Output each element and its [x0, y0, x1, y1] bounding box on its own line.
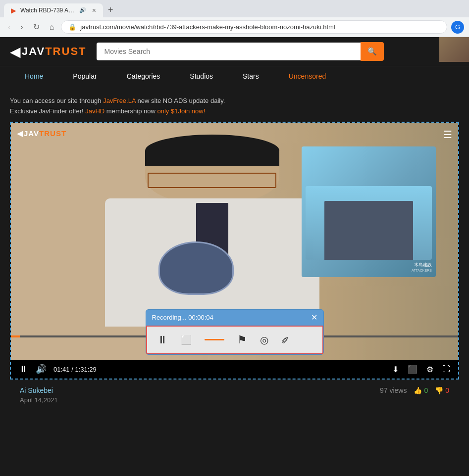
tab-play-icon: ▶	[11, 6, 16, 14]
recording-overlay: Recording... 00:00:04 ✕ ⏸ ⬜ ⚑ ◎ ✏	[146, 309, 324, 355]
search-input[interactable]	[97, 43, 361, 60]
announcement-text2: new site NO ADS update daily.	[136, 97, 225, 104]
forward-button[interactable]: ›	[17, 21, 26, 34]
views-count: 97 views	[380, 386, 407, 394]
recording-controls: ⏸ ⬜ ⚑ ◎ ✏	[146, 326, 323, 354]
browser-toolbar: ‹ › ↻ ⌂ 🔒 javtrust.com/movie/watch/rbd-7…	[0, 17, 469, 37]
volume-icon[interactable]: 🔊	[36, 364, 47, 375]
overlay-jav: JAV	[24, 129, 39, 138]
video-source: Ai Sukebei	[20, 386, 58, 394]
poster-text1: 木島建設	[306, 262, 432, 268]
recording-pause-button[interactable]: ⏸	[155, 332, 170, 348]
marker-line	[205, 339, 224, 340]
announcement-text4: membership now	[104, 107, 157, 115]
recording-marker	[203, 339, 226, 340]
back-button[interactable]: ‹	[5, 21, 13, 34]
dislike-count: 0	[445, 386, 449, 394]
like-button[interactable]: 👍 0	[414, 386, 428, 394]
video-meta: Ai Sukebei April 14,2021 97 views 👍 0 👎 …	[20, 386, 449, 404]
announcement-text1: You can access our site through	[10, 97, 103, 104]
settings-button[interactable]: ⚙	[425, 364, 434, 375]
reload-button[interactable]: ↻	[30, 20, 43, 34]
nav-stars[interactable]: Stars	[228, 66, 274, 86]
lock-icon: 🔒	[68, 23, 76, 31]
site-logo[interactable]: ◀ JAV TRUST	[10, 44, 87, 60]
site-header: ◀ JAV TRUST 🔍	[0, 37, 469, 66]
javhd-link[interactable]: JavHD	[85, 107, 104, 115]
video-info: Ai Sukebei April 14,2021 97 views 👍 0 👎 …	[10, 380, 459, 411]
browser-tab-active[interactable]: ▶ Watch RBD-739 Attackers M 🔊 ×	[4, 3, 103, 17]
video-overlay-logo: ◀ JAV TRUST	[17, 129, 66, 138]
subtitles-button[interactable]: ⬛	[407, 364, 418, 375]
video-player-wrapper: 木島建設 ATTACKERS ◀ JAV TRUST ☰	[10, 122, 459, 380]
recording-close-button[interactable]: ✕	[311, 314, 317, 322]
video-source-block: Ai Sukebei April 14,2021	[20, 386, 58, 404]
progress-fill	[11, 335, 20, 337]
recording-edit-button[interactable]: ✏	[275, 330, 295, 349]
nav-uncensored[interactable]: Uncensored	[274, 66, 341, 86]
play-pause-button[interactable]: ⏸	[18, 363, 29, 376]
announcement-text3: Exclusive JavFinder offer!	[10, 107, 85, 115]
poster-text2: ATTACKERS	[306, 268, 432, 273]
recording-flag-button[interactable]: ⚑	[235, 332, 249, 348]
time-separator: /	[70, 366, 75, 373]
tab-title: Watch RBD-739 Attackers M	[20, 7, 75, 14]
video-stats: 97 views 👍 0 👎 0	[380, 386, 449, 394]
overlay-triangle: ◀	[17, 129, 23, 138]
logo-triangle: ◀	[10, 44, 21, 60]
building-image	[306, 186, 432, 260]
browser-profile[interactable]: G	[451, 21, 464, 34]
nav-studios[interactable]: Studios	[175, 66, 228, 86]
thumbnail-preview	[439, 37, 469, 62]
recording-target-button[interactable]: ◎	[258, 332, 270, 348]
fullscreen-button[interactable]: ⛶	[441, 364, 451, 375]
logo-trust: TRUST	[45, 45, 86, 58]
nav-popular[interactable]: Popular	[58, 66, 111, 86]
new-tab-button[interactable]: +	[104, 3, 117, 17]
tab-audio-icon: 🔊	[79, 7, 86, 13]
search-button[interactable]: 🔍	[361, 42, 384, 61]
thumbsdown-icon: 👎	[435, 386, 443, 394]
address-bar[interactable]: 🔒 javtrust.com/movie/watch/rbd-739-attac…	[61, 20, 447, 34]
announcement: You can access our site through JavFree.…	[10, 96, 459, 117]
time-current: 01:41	[53, 366, 70, 373]
overlay-trust: TRUST	[39, 129, 66, 138]
nav-home[interactable]: Home	[10, 66, 58, 86]
video-controls: ⏸ 🔊 01:41 / 1:31:29 ⬇ ⬛ ⚙ ⛶	[11, 360, 458, 379]
nav-categories[interactable]: Categories	[112, 66, 175, 86]
url-text: javtrust.com/movie/watch/rbd-739-attacke…	[80, 23, 440, 31]
logo-jav: JAV	[22, 45, 45, 58]
source-name: Ai Sukebei	[20, 386, 53, 394]
recording-title: Recording... 00:00:04	[152, 314, 213, 321]
tab-close-button[interactable]: ×	[92, 6, 96, 14]
price-text: only $1	[157, 107, 178, 115]
time-display: 01:41 / 1:31:29	[53, 366, 97, 373]
thumbsup-icon: 👍	[414, 386, 422, 394]
scene-poster: 木島建設 ATTACKERS	[302, 146, 436, 277]
join-link[interactable]: Join now!	[178, 107, 205, 115]
home-button[interactable]: ⌂	[47, 21, 57, 34]
menu-icon: ☰	[443, 129, 452, 140]
content-area: You can access our site through JavFree.…	[0, 86, 469, 421]
time-total: 1:31:29	[75, 366, 96, 373]
search-icon: 🔍	[367, 47, 377, 55]
download-button[interactable]: ⬇	[391, 364, 400, 375]
building-shape	[324, 201, 413, 260]
like-count: 0	[424, 386, 428, 394]
dislike-button[interactable]: 👎 0	[435, 386, 449, 394]
javfree-link[interactable]: JavFree.LA	[103, 97, 136, 104]
browser-tab-bar: ▶ Watch RBD-739 Attackers M 🔊 × +	[0, 0, 469, 17]
video-overlay-menu[interactable]: ☰	[443, 129, 452, 141]
search-form[interactable]: 🔍	[97, 42, 384, 61]
site-nav: Home Popular Categories Studios Stars Un…	[0, 66, 469, 86]
browser-chrome: ▶ Watch RBD-739 Attackers M 🔊 × + ‹ › ↻ …	[0, 0, 469, 37]
video-date: April 14,2021	[20, 396, 58, 404]
recording-header: Recording... 00:00:04 ✕	[146, 310, 323, 326]
recording-stop-button[interactable]: ⬜	[179, 333, 194, 347]
